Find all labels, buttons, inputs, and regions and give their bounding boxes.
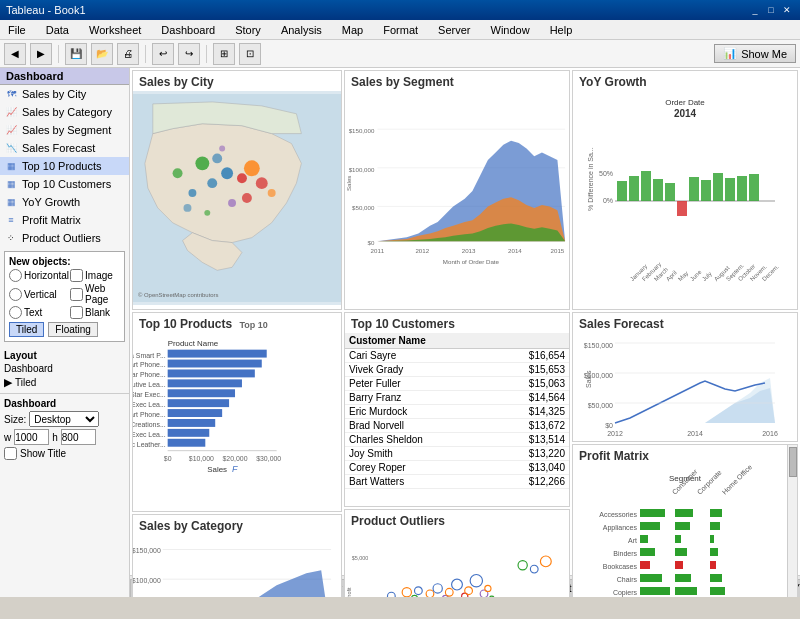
obj-webpage[interactable]: Web Page: [70, 283, 120, 305]
sidebar-item-product-outliers[interactable]: ⁘ Product Outliers: [0, 229, 129, 247]
svg-rect-193: [710, 587, 725, 595]
svg-text:Cisco Smart Phone...: Cisco Smart Phone...: [133, 411, 166, 418]
customer-name-cell: Corey Roper: [345, 461, 492, 475]
tiled-button[interactable]: Tiled: [9, 322, 44, 337]
sidebar-header: Dashboard: [0, 68, 129, 85]
svg-point-112: [415, 587, 423, 595]
menu-story[interactable]: Story: [231, 23, 265, 37]
svg-rect-74: [168, 399, 229, 407]
menu-window[interactable]: Window: [487, 23, 534, 37]
menu-analysis[interactable]: Analysis: [277, 23, 326, 37]
svg-rect-168: [640, 548, 655, 556]
dimensions-row: w h: [4, 429, 125, 445]
svg-point-124: [470, 575, 482, 587]
svg-text:May: May: [677, 270, 689, 282]
fit-btn[interactable]: ⊡: [239, 43, 261, 65]
menu-file[interactable]: File: [4, 23, 30, 37]
new-objects-title: New objects:: [9, 256, 120, 267]
menu-format[interactable]: Format: [379, 23, 422, 37]
horizontal-radio[interactable]: [9, 269, 22, 282]
svg-rect-45: [725, 178, 735, 201]
svg-point-10: [212, 153, 222, 163]
scrollbar-thumb[interactable]: [789, 447, 797, 477]
height-input[interactable]: [61, 429, 96, 445]
product-outliers-panel: Product Outliers $5,000 $0 Profit: [344, 509, 570, 597]
menu-server[interactable]: Server: [434, 23, 474, 37]
customer-sales-cell: $13,672: [492, 419, 569, 433]
obj-horizontal[interactable]: Horizontal: [9, 269, 69, 282]
top10-products-subtitle: Top 10: [239, 320, 267, 330]
segment-svg: $150,000 $100,000 $50,000 $0 Sales: [345, 91, 569, 291]
floating-button[interactable]: Floating: [48, 322, 98, 337]
menu-help[interactable]: Help: [546, 23, 577, 37]
svg-point-7: [256, 177, 268, 189]
webpage-checkbox[interactable]: [70, 288, 83, 301]
sidebar-label-product-outliers: Product Outliers: [22, 232, 101, 244]
menu-worksheet[interactable]: Worksheet: [85, 23, 145, 37]
svg-text:Copiers: Copiers: [613, 589, 638, 597]
svg-text:2011: 2011: [371, 247, 385, 254]
table-row: Corey Roper $13,040: [345, 461, 569, 475]
width-input[interactable]: [14, 429, 49, 445]
size-label: Size:: [4, 414, 26, 425]
svg-text:% Difference in Sa...: % Difference in Sa...: [587, 147, 594, 211]
show-title-checkbox[interactable]: [4, 447, 17, 460]
sidebar-item-sales-city[interactable]: 🗺 Sales by City: [0, 85, 129, 103]
minimize-btn[interactable]: _: [748, 3, 762, 17]
open-btn[interactable]: 📂: [91, 43, 113, 65]
bar-chart-icon-1: ▦: [4, 159, 18, 173]
maximize-btn[interactable]: □: [764, 3, 778, 17]
area-chart-icon-1: 📈: [4, 105, 18, 119]
svg-rect-191: [710, 561, 716, 569]
svg-rect-76: [168, 409, 222, 417]
sidebar-item-top10-customers[interactable]: ▦ Top 10 Customers: [0, 175, 129, 193]
obj-image[interactable]: Image: [70, 269, 120, 282]
menu-data[interactable]: Data: [42, 23, 73, 37]
size-dropdown[interactable]: Desktop Laptop Tablet: [29, 411, 99, 427]
svg-text:2013: 2013: [462, 247, 476, 254]
sidebar-item-sales-forecast[interactable]: 📉 Sales Forecast: [0, 139, 129, 157]
svg-text:$100,000: $100,000: [349, 166, 375, 173]
forward-btn[interactable]: ▶: [30, 43, 52, 65]
svg-text:Binders: Binders: [613, 550, 637, 557]
window-controls[interactable]: _ □ ✕: [748, 3, 794, 17]
obj-blank[interactable]: Blank: [70, 306, 120, 319]
svg-point-122: [465, 587, 473, 595]
sidebar-item-profit-matrix[interactable]: ≡ Profit Matrix: [0, 211, 129, 229]
menu-dashboard[interactable]: Dashboard: [157, 23, 219, 37]
back-btn[interactable]: ◀: [4, 43, 26, 65]
menu-map[interactable]: Map: [338, 23, 367, 37]
customer-name-cell: Bart Watters: [345, 475, 492, 489]
sidebar-item-sales-segment[interactable]: 📈 Sales by Segment: [0, 121, 129, 139]
sidebar-item-yoy-growth[interactable]: ▦ YoY Growth: [0, 193, 129, 211]
svg-text:$10,000: $10,000: [189, 455, 214, 462]
svg-text:$5,000: $5,000: [352, 555, 369, 561]
svg-point-6: [188, 189, 196, 197]
sidebar-item-sales-category[interactable]: 📈 Sales by Category: [0, 103, 129, 121]
profit-matrix-scrollbar[interactable]: [787, 445, 797, 597]
undo-btn[interactable]: ↩: [152, 43, 174, 65]
text-label: Text: [24, 307, 42, 318]
sidebar-label-sales-segment: Sales by Segment: [22, 124, 111, 136]
yoy-growth-panel: YoY Growth Order Date 2014 % Difference …: [572, 70, 798, 310]
save-btn[interactable]: 💾: [65, 43, 87, 65]
print-btn[interactable]: 🖨: [117, 43, 139, 65]
obj-text[interactable]: Text: [9, 306, 69, 319]
vertical-radio[interactable]: [9, 288, 22, 301]
svg-text:$0: $0: [605, 422, 613, 429]
blank-checkbox[interactable]: [70, 306, 83, 319]
sidebar-item-top10-products[interactable]: ▦ Top 10 Products: [0, 157, 129, 175]
svg-point-3: [195, 156, 209, 170]
view-btn[interactable]: ⊞: [213, 43, 235, 65]
redo-btn[interactable]: ↪: [178, 43, 200, 65]
layout-dashboard-row: Dashboard: [4, 363, 125, 374]
image-checkbox[interactable]: [70, 269, 83, 282]
svg-rect-41: [677, 201, 687, 216]
svg-text:$0: $0: [367, 239, 374, 246]
svg-rect-189: [710, 535, 714, 543]
expand-icon[interactable]: ▶: [4, 376, 12, 389]
text-radio[interactable]: [9, 306, 22, 319]
show-me-button[interactable]: 📊 Show Me: [714, 44, 796, 63]
obj-vertical[interactable]: Vertical: [9, 283, 69, 305]
close-btn[interactable]: ✕: [780, 3, 794, 17]
